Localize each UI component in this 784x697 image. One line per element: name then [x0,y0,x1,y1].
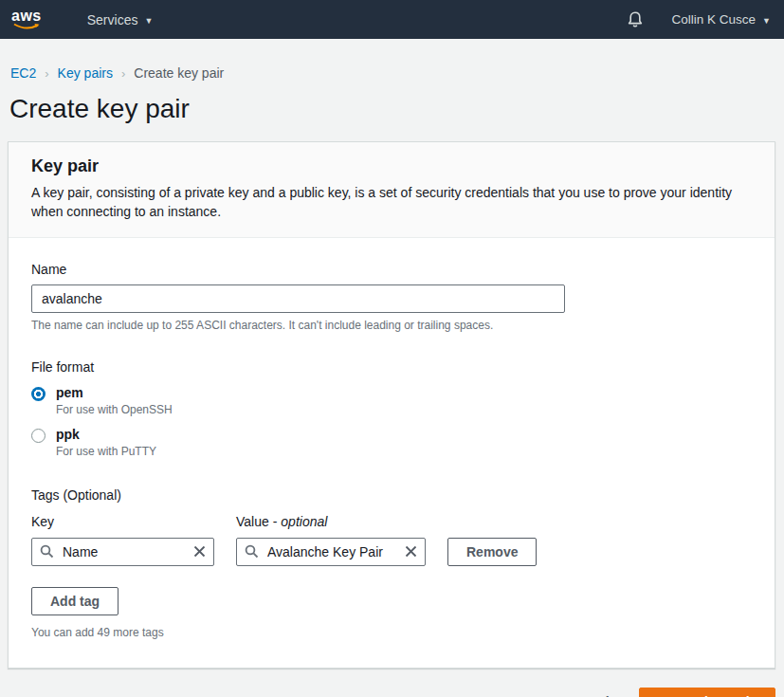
tag-value-header-optional: optional [281,514,327,529]
form-actions: Cancel Create key pair [0,669,784,697]
aws-logo-text: aws [11,9,42,23]
remaining-tags-text: You can add 49 more tags [31,626,752,639]
radio-option-ppk-text: ppk For use with PuTTY [56,427,156,458]
radio-option-ppk[interactable]: ppk For use with PuTTY [31,427,752,458]
notifications-bell-icon[interactable] [627,10,644,28]
card-header: Key pair A key pair, consisting of a pri… [9,142,775,238]
radio-option-pem-text: pem For use with OpenSSH [56,385,173,416]
remove-tag-button[interactable]: Remove [447,538,537,566]
tag-value-header-text: Value - [236,514,277,529]
file-format-group: File format pem For use with OpenSSH ppk… [31,359,752,458]
breadcrumb-link-key-pairs[interactable]: Key pairs [58,65,113,81]
services-label: Services [87,12,138,28]
key-pair-card: Key pair A key pair, consisting of a pri… [8,141,775,669]
radio-unselected-icon[interactable] [31,429,46,443]
breadcrumb-link-ec2[interactable]: EC2 [10,65,36,81]
breadcrumb: EC2 › Key pairs › Create key pair [0,39,784,81]
name-constraint-text: The name can include up to 255 ASCII cha… [31,319,752,332]
add-tag-button[interactable]: Add tag [31,587,119,615]
breadcrumb-current-page: Create key pair [134,65,224,81]
caret-down-icon: ▼ [762,16,771,26]
card-body: Name The name can include up to 255 ASCI… [9,238,775,668]
radio-ppk-label: ppk [56,427,156,442]
tag-key-input-wrapper [31,538,214,566]
tag-value-input-wrapper [236,538,426,566]
create-key-pair-button[interactable]: Create key pair [639,688,775,697]
tag-key-column-header: Key [31,514,214,529]
caret-down-icon: ▼ [144,16,153,26]
page-title: Create key pair [9,94,775,124]
name-field-group: Name The name can include up to 255 ASCI… [31,262,752,332]
clear-key-icon[interactable] [188,541,210,563]
clear-value-icon[interactable] [399,541,422,563]
radio-ppk-description: For use with PuTTY [56,445,156,458]
file-format-label: File format [31,359,752,375]
radio-option-pem[interactable]: pem For use with OpenSSH [31,385,752,416]
services-menu[interactable]: Services ▼ [87,12,154,28]
radio-pem-label: pem [56,385,173,400]
chevron-right-icon: › [45,66,48,81]
radio-pem-description: For use with OpenSSH [56,403,173,416]
card-description: A key pair, consisting of a private key … [31,183,752,221]
radio-selected-icon[interactable] [31,387,46,401]
name-input[interactable] [31,284,565,313]
user-name: Collin K Cusce [672,12,757,27]
aws-logo[interactable]: aws [11,9,42,31]
aws-smile-icon [12,23,41,31]
user-menu[interactable]: Collin K Cusce ▼ [672,12,771,27]
name-label: Name [31,262,752,277]
tags-section: Tags (Optional) Key Value -optional [31,487,752,639]
chevron-right-icon: › [121,66,125,81]
card-title: Key pair [31,156,752,176]
tag-value-column-header: Value -optional [236,514,426,529]
top-navigation-bar: aws Services ▼ Collin K Cusce ▼ [0,0,784,39]
tags-section-label: Tags (Optional) [31,487,752,503]
tag-value-input[interactable] [236,538,426,566]
tag-editor-grid: Key Value -optional [31,514,752,566]
topnav-right-group: Collin K Cusce ▼ [627,10,771,28]
